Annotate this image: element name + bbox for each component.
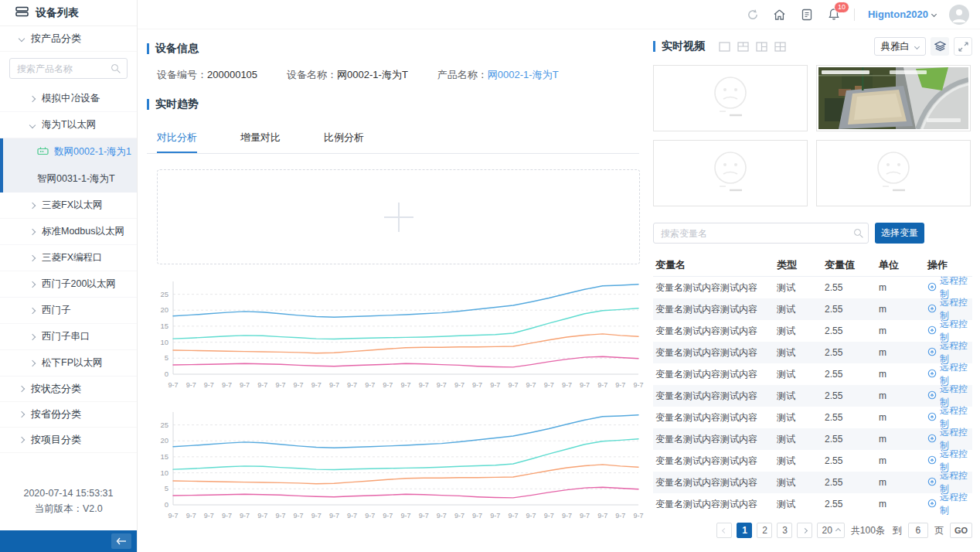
table-row: 变量名测试内容测试内容测试2.55m远程控制: [653, 298, 972, 320]
device-list-icon: [15, 6, 29, 19]
variable-unit-cell: m: [879, 477, 927, 488]
svg-text:9-7: 9-7: [544, 381, 554, 389]
svg-text:9-7: 9-7: [419, 381, 429, 389]
video-cell-3[interactable]: [653, 140, 808, 206]
svg-text:9-7: 9-7: [597, 512, 607, 520]
device-info-section-title: 设备信息: [147, 42, 639, 56]
theme-select[interactable]: 典雅白: [874, 37, 927, 56]
video-cell-1[interactable]: [653, 65, 808, 131]
remote-control-link[interactable]: 远程控制: [927, 491, 972, 517]
sidebar-group-1[interactable]: 海为T以太网: [0, 112, 137, 138]
main-content: 设备信息 设备编号：200000105 设备名称：网0002-1-海为T 产品名…: [138, 29, 653, 552]
tab-1[interactable]: 增量对比: [240, 124, 281, 153]
sidebar-device-item-1[interactable]: 智网0031-1-海为T: [3, 165, 137, 193]
sidebar-category-product[interactable]: 按产品分类: [0, 26, 137, 52]
sidebar-group-2[interactable]: 三菱FX以太网: [0, 193, 137, 219]
sidebar-category-2[interactable]: 按项目分类: [0, 428, 137, 453]
page-size-select[interactable]: 20: [817, 523, 844, 538]
remote-control-label: 远程控制: [940, 491, 972, 517]
sidebar-category-product-label: 按产品分类: [31, 32, 81, 46]
sidebar-group-label: 三菱FX以太网: [42, 199, 102, 212]
svg-text:9-7: 9-7: [400, 512, 410, 520]
svg-text:9-7: 9-7: [454, 512, 464, 520]
sidebar-collapse-button[interactable]: [111, 533, 131, 549]
table-row: 变量名测试内容测试内容测试2.55m远程控制: [653, 385, 972, 407]
variable-search-input[interactable]: [653, 223, 869, 244]
go-button[interactable]: GO: [950, 523, 972, 538]
svg-text:9-7: 9-7: [168, 381, 178, 389]
svg-text:9-7: 9-7: [526, 512, 536, 520]
sidebar-group-4[interactable]: 三菱FX编程口: [0, 245, 137, 271]
sidebar-group-7[interactable]: 西门子串口: [0, 324, 137, 350]
refresh-icon[interactable]: [746, 8, 760, 22]
table-row: 变量名测试内容测试内容测试2.55m远程控制: [653, 320, 972, 342]
user-menu[interactable]: Hignton2020: [868, 9, 936, 20]
page-button-3[interactable]: 3: [777, 523, 792, 538]
sidebar-header: 设备列表: [0, 0, 137, 26]
sidebar-group-6[interactable]: 西门子: [0, 298, 137, 324]
variables-table-header: 变量名类型变量值单位操作: [653, 254, 972, 277]
product-search-input[interactable]: [9, 58, 128, 79]
prev-page-button[interactable]: [716, 523, 732, 538]
svg-text:9-7: 9-7: [329, 381, 339, 389]
sidebar-footer-info: 2020-07-14 15:53:31 当前版本：V2.0: [0, 486, 137, 530]
tab-0[interactable]: 对比分析: [157, 124, 197, 153]
sidebar-category-0[interactable]: 按状态分类: [0, 377, 137, 402]
layers-button[interactable]: [931, 37, 949, 56]
chevron-right-icon: [29, 307, 36, 313]
device-no-field: 设备编号：200000105: [157, 68, 257, 82]
svg-text:9-7: 9-7: [257, 512, 267, 520]
add-variable-dropzone[interactable]: [157, 169, 640, 264]
variable-name-cell: 变量名测试内容测试内容: [653, 303, 777, 316]
variable-value-cell: 2.55: [825, 477, 879, 488]
section-accent-bar: [147, 99, 149, 110]
goto-page-input[interactable]: [908, 523, 928, 538]
variable-name-cell: 变量名测试内容测试内容: [653, 325, 777, 338]
device-name-value: 网0002-1-海为T: [337, 69, 408, 80]
tab-2[interactable]: 比例分析: [324, 124, 364, 153]
svg-text:9-7: 9-7: [347, 512, 357, 520]
table-row: 变量名测试内容测试内容测试2.55m远程控制: [653, 407, 972, 428]
svg-text:9-7: 9-7: [437, 381, 447, 389]
variable-value-cell: 2.55: [825, 499, 879, 509]
video-toolbar: 典雅白: [874, 37, 973, 56]
variable-value-cell: 2.55: [825, 347, 879, 358]
variable-name-cell: 变量名测试内容测试内容: [653, 390, 777, 403]
variable-unit-cell: m: [879, 325, 927, 336]
product-name-link[interactable]: 网0002-1-海为T: [488, 69, 559, 80]
sidebar-category-1[interactable]: 按省份分类: [0, 402, 137, 428]
sidebar: 设备列表 按产品分类 模拟中冶设备海为T以太网数网0002-1-海为1智网003…: [0, 0, 138, 552]
home-icon[interactable]: [773, 8, 787, 22]
layout-4-icon[interactable]: [774, 42, 786, 52]
video-layout-icons: [719, 42, 786, 52]
bell-icon[interactable]: 10: [827, 8, 841, 22]
table-row: 变量名测试内容测试内容测试2.55m远程控制: [653, 277, 972, 298]
remote-control-icon: [927, 390, 937, 402]
fullscreen-button[interactable]: [954, 37, 972, 56]
sidebar-group-label: 西门子: [42, 304, 71, 317]
chevron-right-icon: [19, 411, 25, 417]
username: Hignton2020: [868, 9, 928, 20]
avatar[interactable]: [949, 5, 969, 25]
video-cell-2-live[interactable]: [816, 65, 971, 131]
variable-unit-cell: m: [879, 434, 927, 445]
layout-3-icon[interactable]: [756, 42, 767, 52]
sidebar-group-0[interactable]: 模拟中冶设备: [0, 86, 137, 112]
sidebar-group-3[interactable]: 标准Modbus以太网: [0, 219, 137, 245]
next-page-button[interactable]: [797, 523, 812, 538]
sidebar-device-item-0[interactable]: 数网0002-1-海为1: [3, 138, 137, 165]
no-video-placeholder-icon: [860, 149, 927, 197]
sidebar-group-8[interactable]: 松下FP以太网: [0, 350, 137, 377]
chevron-up-icon: [835, 527, 841, 533]
select-variable-button[interactable]: 选择变量: [875, 223, 924, 244]
layout-2-icon[interactable]: [737, 42, 749, 52]
document-icon[interactable]: [800, 8, 814, 22]
chevron-right-icon: [802, 527, 808, 533]
page-button-1[interactable]: 1: [737, 523, 752, 538]
sidebar-group-5[interactable]: 西门子200以太网: [0, 271, 137, 298]
layout-1-icon[interactable]: [719, 42, 730, 52]
trend-chart-1: 05101520259-79-79-79-79-79-79-79-79-79-7…: [150, 275, 639, 395]
page-button-2[interactable]: 2: [757, 523, 772, 538]
variable-type-cell: 测试: [777, 281, 825, 295]
video-cell-4[interactable]: [816, 140, 971, 206]
